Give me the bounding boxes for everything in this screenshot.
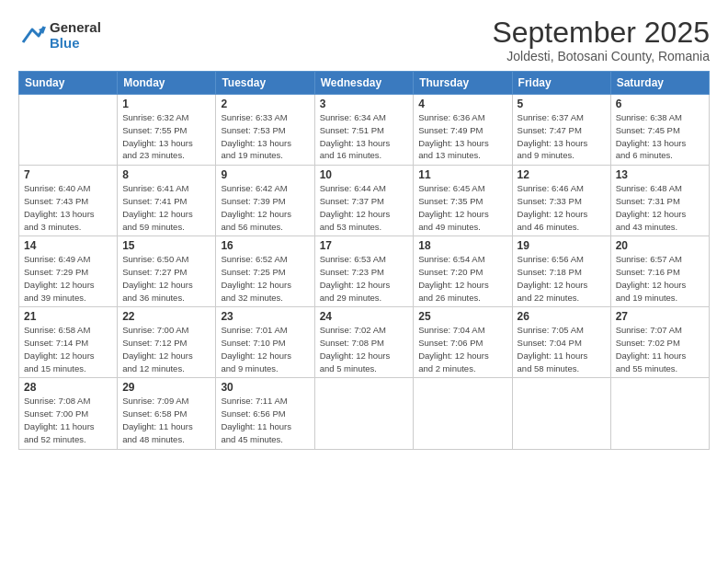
- day-info: Sunrise: 6:48 AMSunset: 7:31 PMDaylight:…: [616, 182, 704, 233]
- day-number: 3: [320, 98, 409, 110]
- day-number: 6: [616, 98, 704, 110]
- day-info: Sunrise: 6:32 AMSunset: 7:55 PMDaylight:…: [122, 111, 210, 162]
- page: General Blue September 2025 Joldesti, Bo…: [0, 0, 728, 563]
- day-info: Sunrise: 6:50 AMSunset: 7:27 PMDaylight:…: [122, 253, 210, 304]
- day-number: 29: [122, 381, 210, 394]
- calendar-cell: 25Sunrise: 7:04 AMSunset: 7:06 PMDayligh…: [414, 307, 512, 378]
- day-info: Sunrise: 7:04 AMSunset: 7:06 PMDaylight:…: [418, 324, 506, 374]
- calendar-cell: 3Sunrise: 6:34 AMSunset: 7:51 PMDaylight…: [314, 95, 414, 166]
- day-number: 2: [221, 98, 309, 110]
- calendar-cell: 5Sunrise: 6:37 AMSunset: 7:47 PMDaylight…: [512, 95, 610, 166]
- calendar-cell: 30Sunrise: 7:11 AMSunset: 6:56 PMDayligh…: [216, 378, 314, 449]
- calendar-table: SundayMondayTuesdayWednesdayThursdayFrid…: [18, 71, 710, 449]
- svg-rect-0: [18, 22, 46, 50]
- day-info: Sunrise: 6:57 AMSunset: 7:16 PMDaylight:…: [616, 253, 704, 304]
- day-of-week-header: Tuesday: [216, 72, 314, 95]
- day-info: Sunrise: 6:58 AMSunset: 7:14 PMDaylight:…: [24, 324, 112, 374]
- header: General Blue September 2025 Joldesti, Bo…: [18, 17, 710, 63]
- logo-general-label: General: [50, 20, 101, 36]
- calendar-cell: 18Sunrise: 6:54 AMSunset: 7:20 PMDayligh…: [414, 236, 512, 307]
- logo-blue-label: Blue: [50, 36, 101, 52]
- day-number: 5: [518, 98, 606, 110]
- day-info: Sunrise: 6:34 AMSunset: 7:51 PMDaylight:…: [320, 111, 409, 162]
- calendar-cell: 13Sunrise: 6:48 AMSunset: 7:31 PMDayligh…: [610, 166, 709, 236]
- calendar-cell: 14Sunrise: 6:49 AMSunset: 7:29 PMDayligh…: [19, 236, 118, 307]
- day-of-week-header: Wednesday: [314, 72, 414, 95]
- subtitle: Joldesti, Botosani County, Romania: [492, 49, 710, 63]
- calendar-cell: [512, 378, 610, 449]
- calendar-cell: 22Sunrise: 7:00 AMSunset: 7:12 PMDayligh…: [118, 307, 216, 378]
- day-info: Sunrise: 6:41 AMSunset: 7:41 PMDaylight:…: [122, 182, 210, 233]
- day-number: 20: [616, 239, 704, 252]
- day-of-week-header: Monday: [118, 72, 216, 95]
- logo-text: General Blue: [50, 20, 101, 51]
- day-number: 7: [24, 168, 112, 181]
- day-info: Sunrise: 6:42 AMSunset: 7:39 PMDaylight:…: [221, 182, 309, 233]
- day-number: 14: [24, 239, 112, 252]
- calendar-cell: 20Sunrise: 6:57 AMSunset: 7:16 PMDayligh…: [610, 236, 709, 307]
- day-info: Sunrise: 6:33 AMSunset: 7:53 PMDaylight:…: [221, 111, 309, 162]
- day-number: 16: [221, 239, 309, 252]
- calendar-cell: 10Sunrise: 6:44 AMSunset: 7:37 PMDayligh…: [314, 166, 414, 236]
- calendar-cell: 23Sunrise: 7:01 AMSunset: 7:10 PMDayligh…: [216, 307, 314, 378]
- day-info: Sunrise: 6:40 AMSunset: 7:43 PMDaylight:…: [24, 182, 112, 233]
- day-of-week-header: Friday: [512, 72, 610, 95]
- calendar-cell: 16Sunrise: 6:52 AMSunset: 7:25 PMDayligh…: [216, 236, 314, 307]
- calendar-cell: 24Sunrise: 7:02 AMSunset: 7:08 PMDayligh…: [314, 307, 414, 378]
- day-number: 24: [320, 310, 409, 323]
- calendar-cell: 15Sunrise: 6:50 AMSunset: 7:27 PMDayligh…: [118, 236, 216, 307]
- month-title: September 2025: [492, 17, 710, 49]
- day-info: Sunrise: 6:49 AMSunset: 7:29 PMDaylight:…: [24, 253, 112, 304]
- calendar-cell: [414, 378, 512, 449]
- title-block: September 2025 Joldesti, Botosani County…: [492, 17, 710, 63]
- day-info: Sunrise: 7:01 AMSunset: 7:10 PMDaylight:…: [221, 324, 309, 374]
- calendar-cell: 8Sunrise: 6:41 AMSunset: 7:41 PMDaylight…: [118, 166, 216, 236]
- calendar-cell: 9Sunrise: 6:42 AMSunset: 7:39 PMDaylight…: [216, 166, 314, 236]
- calendar-cell: 12Sunrise: 6:46 AMSunset: 7:33 PMDayligh…: [512, 166, 610, 236]
- day-info: Sunrise: 7:08 AMSunset: 7:00 PMDaylight:…: [24, 395, 112, 445]
- day-of-week-header: Sunday: [19, 72, 118, 95]
- day-info: Sunrise: 7:09 AMSunset: 6:58 PMDaylight:…: [122, 395, 210, 445]
- day-number: 28: [24, 381, 112, 394]
- calendar-cell: 28Sunrise: 7:08 AMSunset: 7:00 PMDayligh…: [19, 378, 118, 449]
- day-info: Sunrise: 6:52 AMSunset: 7:25 PMDaylight:…: [221, 253, 309, 304]
- calendar-cell: 7Sunrise: 6:40 AMSunset: 7:43 PMDaylight…: [19, 166, 118, 236]
- day-info: Sunrise: 6:45 AMSunset: 7:35 PMDaylight:…: [418, 182, 506, 233]
- day-number: 4: [418, 98, 506, 110]
- calendar-cell: 11Sunrise: 6:45 AMSunset: 7:35 PMDayligh…: [414, 166, 512, 236]
- calendar-cell: 17Sunrise: 6:53 AMSunset: 7:23 PMDayligh…: [314, 236, 414, 307]
- day-number: 26: [518, 310, 606, 323]
- day-info: Sunrise: 6:38 AMSunset: 7:45 PMDaylight:…: [616, 111, 704, 162]
- day-number: 11: [418, 168, 506, 181]
- day-info: Sunrise: 7:02 AMSunset: 7:08 PMDaylight:…: [320, 324, 409, 374]
- day-number: 19: [518, 239, 606, 252]
- day-info: Sunrise: 6:36 AMSunset: 7:49 PMDaylight:…: [418, 111, 506, 162]
- day-info: Sunrise: 6:53 AMSunset: 7:23 PMDaylight:…: [320, 253, 409, 304]
- day-info: Sunrise: 6:46 AMSunset: 7:33 PMDaylight:…: [518, 182, 606, 233]
- day-info: Sunrise: 6:56 AMSunset: 7:18 PMDaylight:…: [518, 253, 606, 304]
- day-number: 12: [518, 168, 606, 181]
- day-number: 13: [616, 168, 704, 181]
- day-info: Sunrise: 7:07 AMSunset: 7:02 PMDaylight:…: [616, 324, 704, 374]
- calendar-cell: 21Sunrise: 6:58 AMSunset: 7:14 PMDayligh…: [19, 307, 118, 378]
- day-info: Sunrise: 6:37 AMSunset: 7:47 PMDaylight:…: [518, 111, 606, 162]
- day-number: 22: [122, 310, 210, 323]
- day-number: 21: [24, 310, 112, 323]
- calendar-cell: 26Sunrise: 7:05 AMSunset: 7:04 PMDayligh…: [512, 307, 610, 378]
- calendar-week-row: 21Sunrise: 6:58 AMSunset: 7:14 PMDayligh…: [19, 307, 710, 378]
- day-of-week-header: Saturday: [610, 72, 709, 95]
- day-info: Sunrise: 7:11 AMSunset: 6:56 PMDaylight:…: [221, 395, 309, 445]
- day-number: 18: [418, 239, 506, 252]
- calendar-cell: 2Sunrise: 6:33 AMSunset: 7:53 PMDaylight…: [216, 95, 314, 166]
- day-number: 30: [221, 381, 309, 394]
- day-info: Sunrise: 7:00 AMSunset: 7:12 PMDaylight:…: [122, 324, 210, 374]
- calendar-cell: [19, 95, 118, 166]
- day-info: Sunrise: 6:44 AMSunset: 7:37 PMDaylight:…: [320, 182, 409, 233]
- calendar-cell: [610, 378, 709, 449]
- day-of-week-header: Thursday: [414, 72, 512, 95]
- day-number: 27: [616, 310, 704, 323]
- day-number: 8: [122, 168, 210, 181]
- day-number: 15: [122, 239, 210, 252]
- calendar-cell: 1Sunrise: 6:32 AMSunset: 7:55 PMDaylight…: [118, 95, 216, 166]
- day-number: 1: [122, 98, 210, 110]
